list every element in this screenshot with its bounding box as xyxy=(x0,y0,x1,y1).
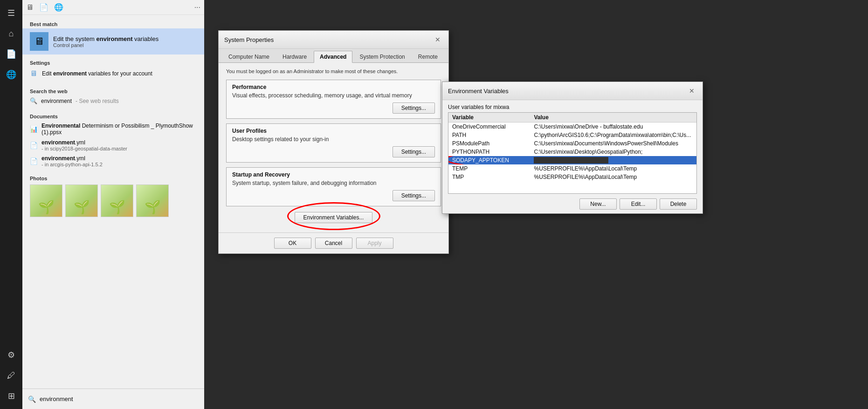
startup-recovery-section: Startup and Recovery System startup, sys… xyxy=(226,167,441,206)
settings-item[interactable]: 🖥 Edit environment variables for your ac… xyxy=(22,67,204,80)
user-vars-table: Variable Value OneDriveCommercial C:\Use… xyxy=(448,113,696,181)
search-panel-top: 🖥 📄 🌐 ··· xyxy=(22,0,204,15)
startup-settings-button[interactable]: Settings... xyxy=(393,190,435,201)
user-vars-label: User variables for mixwa xyxy=(442,100,703,112)
user-profiles-title: User Profiles xyxy=(232,128,435,134)
startup-title: Startup and Recovery xyxy=(232,171,435,178)
var-value: %USERPROFILE%\AppData\Local\Temp xyxy=(530,173,696,181)
search-icon: 🔍 xyxy=(28,395,36,403)
tab-remote[interactable]: Remote xyxy=(412,51,444,62)
table-row[interactable]: OneDriveCommercial C:\Users\mixwa\OneDri… xyxy=(448,123,696,131)
settings-icon[interactable]: ⚙ xyxy=(2,346,21,364)
search-panel: 🖥 📄 🌐 ··· Best match 🖥 Edit the system e… xyxy=(22,0,204,409)
var-name: TMP xyxy=(448,173,530,181)
tab-computer-name[interactable]: Computer Name xyxy=(222,51,276,62)
cancel-button[interactable]: Cancel xyxy=(315,238,352,249)
photo-thumb-1[interactable]: 🌱 xyxy=(30,184,62,217)
docs-label: Documents xyxy=(22,111,204,121)
best-match-text: Edit the system environment variables Co… xyxy=(53,35,158,48)
settings-item-icon: 🖥 xyxy=(30,69,37,78)
sodapy-var-value xyxy=(530,156,696,164)
tab-system-protection[interactable]: System Protection xyxy=(353,51,411,62)
var-value: C:\python\ArcGIS10.6;C:\ProgramData\mixw… xyxy=(530,131,696,139)
globe-icon[interactable]: 🌐 xyxy=(2,65,21,84)
system-props-titlebar: System Properties ✕ xyxy=(219,31,448,49)
best-match-item[interactable]: 🖥 Edit the system environment variables … xyxy=(22,28,204,55)
table-row[interactable]: TMP %USERPROFILE%\AppData\Local\Temp xyxy=(448,173,696,181)
doc-item-3[interactable]: 📄 environment.yml - in arcgis-python-api… xyxy=(22,153,204,169)
table-row[interactable]: PYTHONPATH C:\Users\mixwa\Desktop\Geospa… xyxy=(448,148,696,156)
tab-hardware[interactable]: Hardware xyxy=(276,51,313,62)
photos-label: Photos xyxy=(22,173,204,183)
doc-icon[interactable]: 📄 xyxy=(39,3,48,12)
web-item-text: environment xyxy=(41,98,72,104)
table-row[interactable]: TEMP %USERPROFILE%\AppData\Local\Temp xyxy=(448,164,696,173)
doc2-name: environment.yml xyxy=(41,139,127,146)
photo-thumb-4[interactable]: 🌱 xyxy=(136,184,169,217)
edit-user-var-button[interactable]: Edit... xyxy=(620,198,657,210)
settings-section: Settings 🖥 Edit environment variables fo… xyxy=(22,55,204,83)
var-value: C:\Users\mixwa\Desktop\GeospatialPython; xyxy=(530,148,696,156)
settings-item-text: Edit environment variables for your acco… xyxy=(42,70,152,77)
env-vars-title: Environment Variables xyxy=(448,88,509,95)
system-properties-dialog: System Properties ✕ Computer Name Hardwa… xyxy=(218,30,449,254)
sodapy-circle-svg xyxy=(448,156,530,164)
startup-desc: System startup, system failure, and debu… xyxy=(232,180,435,186)
doc-item-2[interactable]: 📄 environment.yml - in scipy2018-geospat… xyxy=(22,137,204,153)
monitor-icon[interactable]: 🖥 xyxy=(26,3,34,12)
environment-variables-dialog: Environment Variables ✕ User variables f… xyxy=(442,82,703,214)
photos-grid: 🌱 🌱 🌱 🌱 xyxy=(22,183,204,219)
home-icon[interactable]: ⌂ xyxy=(2,24,21,43)
more-options-icon[interactable]: ··· xyxy=(194,3,200,12)
start-button[interactable]: ⊞ xyxy=(2,387,21,405)
svg-point-0 xyxy=(448,156,530,164)
user-profiles-section: User Profiles Desktop settings related t… xyxy=(226,123,441,163)
search-input[interactable] xyxy=(40,395,199,402)
doc2-sub: - in scipy2018-geospatial-data-master xyxy=(41,146,127,151)
hamburger-icon[interactable]: ☰ xyxy=(2,4,21,22)
docs-section: Documents 📊 Environmental Determinism or… xyxy=(22,109,204,171)
doc3-sub: - in arcgis-python-api-1.5.2 xyxy=(41,162,103,167)
best-match-icon: 🖥 xyxy=(30,32,48,51)
var-name: TEMP xyxy=(448,164,530,173)
performance-title: Performance xyxy=(232,84,435,90)
documents-icon[interactable]: 📄 xyxy=(2,45,21,63)
delete-user-var-button[interactable]: Delete xyxy=(660,198,697,210)
best-match-subtitle: Control panel xyxy=(53,42,158,48)
ok-button[interactable]: OK xyxy=(274,238,311,249)
new-user-var-button[interactable]: New... xyxy=(579,198,617,210)
doc1-text: Environmental Determinism or Possibilism… xyxy=(41,123,197,136)
globe-top-icon[interactable]: 🌐 xyxy=(54,3,63,12)
admin-note: You must be logged on as an Administrato… xyxy=(226,68,441,74)
photo-thumb-3[interactable]: 🌱 xyxy=(101,184,133,217)
apply-button[interactable]: Apply xyxy=(356,238,393,249)
user-vars-table-container[interactable]: Variable Value OneDriveCommercial C:\Use… xyxy=(448,112,697,194)
system-props-close-button[interactable]: ✕ xyxy=(433,34,443,45)
table-row[interactable]: PSModulePath C:\Users\mixwa\Documents\Wi… xyxy=(448,139,696,148)
system-props-title: System Properties xyxy=(224,36,274,43)
search-web-icon: 🔍 xyxy=(30,97,37,104)
web-search-item[interactable]: 🔍 environment - See web results xyxy=(22,95,204,106)
var-name: OneDriveCommercial xyxy=(448,123,530,131)
best-match-label: Best match xyxy=(22,19,204,28)
var-name: PYTHONPATH xyxy=(448,148,530,156)
environment-variables-button[interactable]: Environment Variables... xyxy=(295,212,373,223)
var-value: %USERPROFILE%\AppData\Local\Temp xyxy=(530,164,696,173)
tab-advanced[interactable]: Advanced xyxy=(314,51,352,63)
pptx-icon: 📊 xyxy=(30,125,38,133)
sodapy-row[interactable]: SODAPY_APPTOKEN xyxy=(448,156,696,164)
system-props-tabs: Computer Name Hardware Advanced System P… xyxy=(219,49,448,63)
settings-label: Settings xyxy=(22,57,204,67)
doc-item-1[interactable]: 📊 Environmental Determinism or Possibili… xyxy=(22,121,204,137)
photo-thumb-2[interactable]: 🌱 xyxy=(65,184,98,217)
env-vars-close-button[interactable]: ✕ xyxy=(687,86,697,96)
system-props-footer: OK Cancel Apply xyxy=(219,232,448,253)
web-label: Search the web xyxy=(22,86,204,95)
search-results: Best match 🖥 Edit the system environment… xyxy=(22,15,204,389)
user-profiles-settings-button[interactable]: Settings... xyxy=(393,146,435,157)
performance-section: Performance Visual effects, processor sc… xyxy=(226,80,441,119)
pen-icon[interactable]: 🖊 xyxy=(2,366,21,385)
table-row[interactable]: PATH C:\python\ArcGIS10.6;C:\ProgramData… xyxy=(448,131,696,139)
env-vars-btn-container: Environment Variables... xyxy=(226,212,441,223)
performance-settings-button[interactable]: Settings... xyxy=(393,102,435,114)
